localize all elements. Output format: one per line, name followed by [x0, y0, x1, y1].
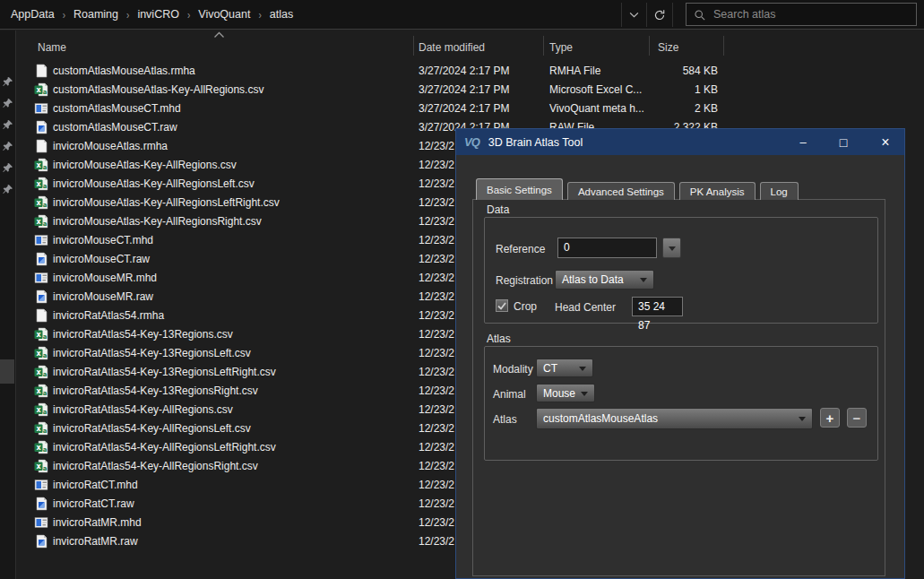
file-name: invicroMouseAtlas-Key-AllRegionsRight.cs…	[53, 212, 262, 231]
mhd-file-icon	[34, 515, 48, 530]
file-date: 12/23/2	[419, 514, 454, 532]
tab-advanced-settings[interactable]: Advanced Settings	[567, 182, 675, 200]
add-atlas-button[interactable]: +	[820, 408, 840, 428]
explorer-window: AppData›Roaming›inviCRO›VivoQuant›atlas …	[0, 0, 924, 579]
column-header-row: Name Date modified Type Size	[17, 30, 924, 61]
raw-file-icon	[34, 120, 48, 134]
refresh-icon	[653, 9, 666, 22]
file-size: 2 KB	[617, 99, 718, 118]
file-date: 12/23/2	[419, 269, 454, 288]
crop-label: Crop	[514, 300, 537, 313]
file-date: 12/23/2	[419, 363, 454, 382]
breadcrumb-item-atlas[interactable]: atlas	[270, 8, 293, 21]
breadcrumb-separator-icon: ›	[126, 8, 129, 21]
remove-atlas-button[interactable]: −	[847, 408, 867, 428]
address-bar: AppData›Roaming›inviCRO›VivoQuant›atlas …	[0, 0, 924, 30]
data-group-title: Data	[487, 203, 509, 216]
file-name: invicroRatAtlas54-Key-13RegionsRight.csv	[53, 382, 258, 401]
tab-log[interactable]: Log	[760, 182, 799, 200]
file-date: 12/23/2	[419, 495, 454, 514]
tab-pk-analysis[interactable]: PK Analysis	[679, 182, 756, 200]
crop-checkbox[interactable]	[496, 299, 508, 312]
breadcrumb-item-invicro[interactable]: inviCRO	[137, 8, 179, 21]
tab-basic-settings[interactable]: Basic Settings	[476, 178, 563, 200]
refresh-button[interactable]	[647, 3, 673, 27]
reference-dropdown-button[interactable]	[662, 238, 681, 258]
csv-file-icon: ax	[34, 384, 48, 398]
atlas-select[interactable]: customAtlasMouseAtlas	[536, 408, 813, 429]
maximize-button[interactable]: □	[828, 129, 859, 155]
svg-text:a: a	[43, 202, 47, 209]
mhd-file-icon	[34, 478, 48, 492]
brain-atlas-tool-dialog: VQ 3D Brain Atlas Tool – □ × Basic Setti…	[455, 128, 905, 579]
svg-text:x: x	[36, 161, 41, 169]
file-date: 12/23/2	[419, 476, 454, 495]
table-row[interactable]: customAtlasMouseAtlas.rmha3/27/2024 2:17…	[17, 62, 924, 81]
column-header-size[interactable]: Size	[658, 41, 678, 54]
file-name: invicroRatAtlas54.rmha	[53, 307, 164, 325]
search-input[interactable]: Search atlas	[686, 3, 917, 26]
column-header-type[interactable]: Type	[549, 41, 573, 54]
file-name: invicroMouseCT.raw	[53, 250, 150, 269]
registration-select[interactable]: Atlas to Data	[555, 270, 654, 290]
column-header-date[interactable]: Date modified	[419, 41, 485, 54]
minimize-button[interactable]: –	[788, 129, 818, 155]
file-date: 12/23/2	[419, 175, 454, 194]
file-name: customAtlasMouseAtlas-Key-AllRegions.csv	[53, 81, 263, 99]
svg-text:x: x	[36, 199, 41, 207]
file-date: 12/23/2	[419, 194, 454, 212]
svg-text:x: x	[36, 425, 41, 433]
csv-file-icon: ax	[34, 346, 48, 360]
pushpin-icon	[2, 118, 13, 130]
svg-text:a: a	[43, 465, 47, 472]
breadcrumb-item-roaming[interactable]: Roaming	[73, 8, 118, 21]
csv-file-icon: ax	[34, 440, 48, 454]
pushpin-icon	[2, 183, 13, 194]
mhd-file-icon	[34, 233, 48, 247]
file-date: 12/23/2	[419, 250, 454, 269]
dialog-tabs: Basic SettingsAdvanced SettingsPK Analys…	[476, 178, 799, 200]
csv-file-icon: ax	[34, 402, 48, 417]
svg-text:x: x	[36, 218, 41, 226]
file-type: RMHA File	[549, 62, 600, 81]
csv-file-icon: ax	[34, 365, 48, 379]
dialog-title: 3D Brain Atlas Tool	[488, 136, 583, 149]
breadcrumb-item-vivoquant[interactable]: VivoQuant	[198, 8, 250, 21]
reference-input[interactable]: 0	[557, 238, 657, 258]
dialog-titlebar[interactable]: VQ 3D Brain Atlas Tool – □ ×	[456, 129, 904, 155]
svg-text:a: a	[43, 428, 47, 435]
column-header-name[interactable]: Name	[38, 41, 66, 54]
file-name: invicroRatAtlas54-Key-AllRegionsLeft.csv	[53, 419, 251, 438]
svg-text:x: x	[36, 331, 41, 339]
address-dropdown-button[interactable]	[621, 3, 647, 27]
svg-text:a: a	[43, 164, 47, 171]
head-center-label: Head Center	[555, 301, 616, 314]
atlas-value: customAtlasMouseAtlas	[543, 412, 658, 425]
sort-ascending-icon	[213, 31, 225, 39]
table-row[interactable]: customAtlasMouseCT.mhd3/27/2024 2:17 PMV…	[17, 99, 924, 118]
rmha-file-icon	[34, 64, 48, 78]
csv-file-icon: ax	[34, 177, 48, 191]
mhd-file-icon	[34, 101, 48, 116]
csv-file-icon: ax	[34, 195, 48, 210]
animal-select[interactable]: Mouse	[536, 384, 595, 402]
svg-text:a: a	[43, 333, 47, 341]
svg-text:a: a	[43, 409, 47, 416]
chevron-down-icon	[799, 417, 806, 421]
breadcrumb-item-appdata[interactable]: AppData	[11, 8, 55, 21]
atlas-label: Atlas	[493, 413, 517, 426]
pushpin-icon	[2, 161, 13, 173]
rmha-file-icon	[34, 308, 48, 323]
head-center-input[interactable]: 35 24 87	[632, 297, 683, 316]
file-date: 12/23/2	[419, 307, 454, 325]
svg-text:a: a	[43, 446, 47, 454]
close-button[interactable]: ×	[870, 129, 901, 155]
raw-file-icon	[34, 252, 48, 266]
modality-select[interactable]: CT	[536, 359, 593, 377]
rail-scrollbar-thumb[interactable]	[0, 359, 14, 384]
file-name: invicroMouseAtlas.rmha	[53, 137, 168, 156]
pushpin-icon	[2, 140, 13, 151]
table-row[interactable]: axcustomAtlasMouseAtlas-Key-AllRegions.c…	[17, 81, 924, 99]
pushpin-icon	[2, 75, 13, 87]
file-date: 3/27/2024 2:17 PM	[419, 81, 509, 99]
